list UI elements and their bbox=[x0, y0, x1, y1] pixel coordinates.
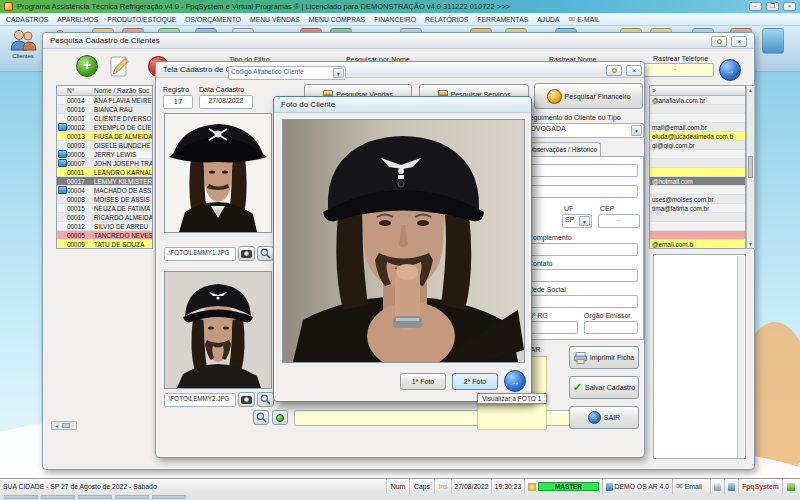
table-row[interactable]: uses@moises.com.br bbox=[650, 195, 745, 204]
foto1-button[interactable]: 1ª Foto bbox=[400, 373, 446, 390]
foto2-thumbnail[interactable] bbox=[164, 271, 272, 389]
toolbar-icon-stub[interactable] bbox=[762, 28, 784, 54]
table-row[interactable]: @anaflavia.com.br bbox=[650, 96, 745, 105]
rede-social-field[interactable] bbox=[528, 295, 638, 308]
foto2-zoom-button[interactable] bbox=[257, 392, 274, 407]
grid-header[interactable]: > bbox=[650, 86, 745, 96]
contato-field[interactable] bbox=[528, 269, 638, 282]
pesquisa-titlebar[interactable]: Pesquisa Cadastro de Clientes bbox=[43, 33, 754, 49]
menu-cadastros[interactable]: CADASTROS bbox=[6, 16, 48, 23]
task-button[interactable] bbox=[78, 495, 112, 499]
menu-relatorios[interactable]: RELATÓRIOS bbox=[425, 16, 468, 23]
foto-dialog-titlebar[interactable]: Foto do Cliente bbox=[274, 97, 531, 113]
sair-button[interactable]: → SAIR bbox=[569, 406, 639, 429]
table-row[interactable]: 00016BIANCA RAU bbox=[57, 105, 152, 114]
table-row[interactable]: 00001CLIENTE DIVERSO bbox=[57, 114, 152, 123]
imprimir-ficha-button[interactable]: Imprimir Ficha bbox=[569, 346, 639, 369]
table-row[interactable]: 00005TANCREDO NEVES bbox=[57, 231, 152, 240]
menu-aparelhos[interactable]: APARELHOS bbox=[57, 16, 98, 23]
task-button[interactable] bbox=[115, 495, 149, 499]
table-row[interactable] bbox=[650, 186, 745, 195]
table-row[interactable] bbox=[650, 105, 745, 114]
pesquisa-close-button[interactable]: × bbox=[731, 36, 747, 47]
table-row[interactable]: 00015NEUZA DE FATIMA bbox=[57, 204, 152, 213]
table-row[interactable] bbox=[650, 222, 745, 231]
foto1-thumbnail[interactable] bbox=[164, 113, 272, 233]
add-record-button[interactable]: + bbox=[76, 55, 98, 77]
observacoes-panel[interactable] bbox=[653, 254, 746, 459]
clientes-grid-right[interactable]: > @anaflavia.com.br mail@email.com.br ei… bbox=[649, 85, 746, 249]
table-row[interactable]: 00008MOISES DE ASSIS bbox=[57, 195, 152, 204]
task-button[interactable] bbox=[4, 495, 38, 499]
table-row[interactable]: 00002EXEMPLO DE CLIE bbox=[57, 123, 152, 132]
menu-compras[interactable]: MENU COMPRAS bbox=[309, 16, 365, 23]
table-row[interactable] bbox=[650, 231, 745, 240]
tipo-filtro-combo[interactable]: Codigo Alfabetico Cliente ▼ bbox=[228, 66, 346, 80]
seguimento-combo[interactable]: ADVOGADA ▼ bbox=[523, 123, 644, 138]
status-email[interactable]: ✉ Email bbox=[673, 479, 711, 494]
clientes-grid-left[interactable]: Nº Nome / Razão Soc 00014ANA FLAVIA MEIR… bbox=[56, 85, 153, 249]
uf-combo[interactable]: SP ▼ bbox=[562, 214, 592, 228]
table-row[interactable]: tima@fatima.com.br bbox=[650, 204, 745, 213]
pesquisar-financeiro-button[interactable]: Pesquisar Financeiro bbox=[534, 83, 643, 109]
bairro-field[interactable] bbox=[528, 185, 638, 198]
foto1-zoom-button[interactable] bbox=[257, 246, 274, 261]
registro-field[interactable]: 17 bbox=[163, 95, 193, 109]
table-row[interactable]: 00014ANA FLAVIA MEIRE bbox=[57, 96, 152, 105]
cep-field[interactable]: - bbox=[598, 214, 640, 228]
menu-financeiro[interactable]: FINANCEIRO bbox=[374, 16, 416, 23]
app-titlebar[interactable]: Programa Assistência Técnica Refrigeraçã… bbox=[0, 0, 800, 13]
hint-button[interactable] bbox=[606, 65, 622, 76]
edit-record-button[interactable] bbox=[107, 54, 131, 78]
table-row[interactable] bbox=[650, 150, 745, 159]
foto1-camera-button[interactable] bbox=[238, 246, 255, 261]
foto2-camera-button[interactable] bbox=[238, 392, 255, 407]
table-row[interactable]: 00007JOHN JOSEPH TRA bbox=[57, 159, 152, 168]
table-row[interactable] bbox=[650, 114, 745, 123]
grid-header[interactable]: Nº Nome / Razão Soc bbox=[57, 86, 152, 96]
tela-close-button[interactable]: × bbox=[626, 65, 642, 76]
rastrear-telefone-input[interactable]: - bbox=[636, 63, 714, 77]
orgao-emissor-field[interactable] bbox=[584, 321, 638, 334]
table-row[interactable]: 00012SILVIO DE ABREU bbox=[57, 222, 152, 231]
chevron-down-icon[interactable]: ▼ bbox=[579, 216, 590, 226]
chevron-down-icon[interactable]: ▼ bbox=[333, 68, 344, 78]
toolbar-clientes-button[interactable] bbox=[8, 28, 38, 56]
table-row[interactable]: @email.com.b bbox=[650, 240, 745, 249]
menu-os-orcamento[interactable]: OS/ORÇAMENTO bbox=[185, 16, 241, 23]
minimize-button[interactable]: – bbox=[749, 2, 762, 11]
col-num[interactable]: Nº bbox=[67, 87, 94, 94]
task-button[interactable] bbox=[41, 495, 75, 499]
status-monitor[interactable] bbox=[725, 479, 739, 494]
table-row[interactable]: 00010RICARDO ALMEIDA bbox=[57, 213, 152, 222]
panel-scrollbar[interactable] bbox=[737, 256, 744, 457]
table-row[interactable]: 00009TATU DE SOUZA bbox=[57, 240, 152, 249]
table-row[interactable]: 00011LEANDRO KARNAL bbox=[57, 168, 152, 177]
table-row[interactable]: 00003GISELE BUNDCHE bbox=[57, 141, 152, 150]
grid-vertical-scrollbar[interactable]: ▲ ▼ bbox=[746, 85, 755, 249]
salvar-cadastro-button[interactable]: ✓ Salvar Cadastro bbox=[569, 376, 639, 399]
table-row-selected[interactable]: @hotmail.com bbox=[650, 177, 745, 186]
hint-button[interactable] bbox=[711, 36, 727, 47]
chevron-down-icon[interactable]: ▼ bbox=[631, 125, 642, 136]
data-cadastro-field[interactable]: 27/08/2022 bbox=[199, 95, 253, 109]
table-row[interactable]: 00006JERRY LEWIS bbox=[57, 150, 152, 159]
table-row[interactable] bbox=[650, 168, 745, 177]
table-row-selected[interactable]: 00017LEMMY KILMISTER bbox=[57, 177, 152, 186]
status-printer[interactable] bbox=[711, 479, 725, 494]
table-row[interactable]: eiuda@jucadealmeda.com.b bbox=[650, 132, 745, 141]
col-email[interactable]: > bbox=[650, 87, 656, 94]
table-row[interactable] bbox=[650, 213, 745, 222]
menu-ajuda[interactable]: AJUDA bbox=[537, 16, 559, 23]
search-go-button[interactable]: → bbox=[719, 59, 741, 81]
menu-vendas[interactable]: MENU VENDAS bbox=[250, 16, 300, 23]
menu-email[interactable]: ✉ E-MAIL bbox=[569, 15, 600, 24]
close-button[interactable]: × bbox=[783, 2, 796, 11]
complemento-field[interactable] bbox=[528, 243, 638, 256]
table-row[interactable] bbox=[650, 159, 745, 168]
table-row[interactable]: 00013FIUSA DE ALMEIDA bbox=[57, 132, 152, 141]
next-photo-button[interactable]: → bbox=[504, 370, 526, 392]
table-row[interactable]: mail@email.com.br bbox=[650, 123, 745, 132]
foto2-button[interactable]: 2ª Foto bbox=[452, 373, 498, 390]
webcam-button[interactable] bbox=[272, 410, 288, 425]
